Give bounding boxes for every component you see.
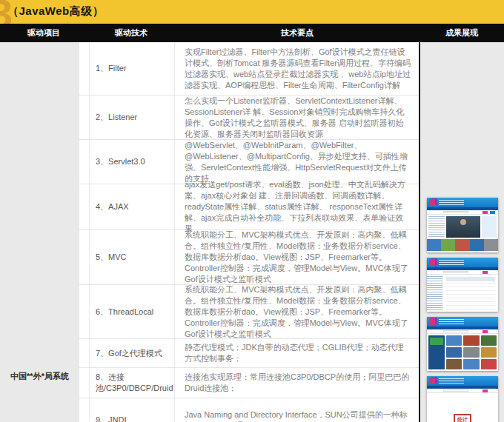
site-search-row xyxy=(427,210,498,215)
points-cell: Java Naming and Directory Interface，SUN公… xyxy=(175,398,419,422)
accent-badge xyxy=(483,211,488,214)
table-row: 4、AJAX ajax发送get/post请求、eval函数、json处理、中文… xyxy=(79,184,419,230)
points-cell: @WebServlet、@WebInitParam、@WebFilter、@We… xyxy=(175,140,419,184)
column-header-technology: 驱动技术 xyxy=(87,24,175,42)
result-thumbnail-data-table[interactable] xyxy=(427,258,498,312)
row-gutter xyxy=(79,42,89,95)
column-header-project: 驱动项目 xyxy=(0,24,87,42)
project-name: 中国**外*局系统 xyxy=(0,371,79,382)
data-table-rows xyxy=(446,283,495,309)
points-cell: 系统职能分工、MVC架构模式优点、开发原则：高内聚、低耦合。组件独立性/复用性、… xyxy=(175,230,419,284)
press-conference-photo xyxy=(446,216,480,238)
site-header-bar xyxy=(427,317,498,326)
table-row: 2、Listener 怎么实现一个Listener监听器、ServletCont… xyxy=(79,96,419,140)
report-page-body: 统计公报 xyxy=(427,393,498,422)
search-box xyxy=(443,271,468,273)
row-gutter xyxy=(79,285,89,338)
result-thumbnail-report[interactable]: 统计公报 xyxy=(427,376,498,422)
site-title-text xyxy=(439,200,464,205)
points-cell: 连接池实现原理；常用连接池C3P0/DBCP的使用；阿里巴巴的Druid连接池； xyxy=(175,368,419,398)
site-title-text xyxy=(439,378,464,384)
row-gutter xyxy=(79,339,89,367)
site-header-bar xyxy=(427,258,498,267)
points-cell: 怎么实现一个Listener监听器、ServletContextListener… xyxy=(175,96,419,139)
table-row: 5、MVC 系统职能分工、MVC架构模式优点、开发原则：高内聚、低耦合。组件独立… xyxy=(79,230,419,285)
tree-sidebar xyxy=(427,275,443,312)
table-row: 9、JNDI Java Naming and Directory Interfa… xyxy=(79,398,419,422)
tech-cell: 6、ThreadLocal xyxy=(89,285,175,338)
site-logo-icon xyxy=(429,378,435,384)
table-row: 7、Gof之代理模式 静态代理模式；JDK自带的动态代理；CGLIB代理；动态代… xyxy=(79,339,419,368)
table-row: 3、Servlet3.0 @WebServlet、@WebInitParam、@… xyxy=(79,140,419,184)
row-gutter xyxy=(79,368,89,398)
photo-tile xyxy=(481,359,497,369)
photo-tile xyxy=(463,335,480,346)
tech-cell: 2、Listener xyxy=(89,96,175,139)
carousel-item xyxy=(427,239,441,251)
page: { "header": { "numeral": "3", "title": "… xyxy=(0,0,504,422)
carousel-item xyxy=(441,239,455,251)
row-gutter xyxy=(79,398,89,422)
result-thumbnail-gallery[interactable] xyxy=(427,317,498,371)
site-title-text xyxy=(439,319,464,324)
result-thumbnail-news-portal[interactable] xyxy=(427,198,498,252)
photo-tile xyxy=(446,347,462,358)
tech-cell: 1、Filter xyxy=(89,42,175,95)
row-gutter xyxy=(79,230,89,284)
tech-cell: 4、AJAX xyxy=(89,184,175,230)
tech-cell: 9、JNDI xyxy=(89,398,175,422)
table-header-row: 驱动项目 驱动技术 技术要点 成果展现 xyxy=(0,24,504,42)
site-logo-icon xyxy=(429,259,435,266)
carousel-item xyxy=(484,239,498,251)
photo-tile xyxy=(463,359,480,369)
title-bar: 3 （JavaWeb高级） xyxy=(0,0,504,24)
data-table-area xyxy=(443,275,498,312)
points-cell: 实现Filter过滤器、Filter中方法剖析、Gof设计模式之责任链设计模式、… xyxy=(175,42,419,95)
search-box xyxy=(443,330,468,332)
site-logo-icon xyxy=(429,318,435,325)
tech-cell: 3、Servlet3.0 xyxy=(89,140,175,184)
data-page-body xyxy=(427,275,498,312)
tech-cell: 7、Gof之代理模式 xyxy=(89,339,175,367)
site-search-row xyxy=(427,270,498,275)
side-widget xyxy=(482,216,497,238)
table-row: 6、ThreadLocal 系统职能分工、MVC架构模式优点、开发原则：高内聚、… xyxy=(79,285,419,339)
row-gutter xyxy=(79,140,89,184)
points-cell: 系统职能分工、MVC架构模式优点、开发原则：高内聚、低耦合。组件独立性/复用性、… xyxy=(175,285,419,338)
photo-tile xyxy=(446,359,462,369)
column-header-results: 成果展现 xyxy=(420,24,504,42)
carousel-item xyxy=(455,239,469,251)
photo-tile xyxy=(481,335,497,346)
table-body: 中国**外*局系统 1、Filter 实现Filter过滤器、Filter中方法… xyxy=(0,42,504,422)
headline-list xyxy=(428,216,445,238)
project-column: 中国**外*局系统 xyxy=(0,42,79,422)
tech-cell: 5、MVC xyxy=(89,230,175,284)
accent-badge xyxy=(483,271,488,274)
accent-badge xyxy=(483,389,488,392)
results-column: 统计公报 xyxy=(420,42,504,422)
points-cell: 静态代理模式；JDK自带的动态代理；CGLIB代理；动态代理方式控制事务； xyxy=(175,339,419,367)
row-gutter xyxy=(79,184,89,230)
image-carousel xyxy=(427,239,498,251)
table-row: 8、连接池/C3P0/DBCP/Druid 连接池实现原理；常用连接池C3P0/… xyxy=(79,368,419,398)
site-header-bar xyxy=(427,198,498,207)
curriculum-table: 1、Filter 实现Filter过滤器、Filter中方法剖析、Gof设计模式… xyxy=(79,42,419,422)
column-header-points: 技术要点 xyxy=(175,24,420,42)
site-header-bar xyxy=(427,376,498,386)
points-cell: ajax发送get/post请求、eval函数、json处理、中文乱码解决方案、… xyxy=(175,184,419,230)
search-box xyxy=(443,389,468,392)
page-title: （JavaWeb高级） xyxy=(7,4,104,19)
site-search-row xyxy=(427,329,498,334)
photo-tile xyxy=(481,347,497,358)
tech-cell: 8、连接池/C3P0/DBCP/Druid xyxy=(89,368,175,398)
photo-grid xyxy=(427,334,498,371)
row-gutter xyxy=(79,96,89,139)
carousel-item xyxy=(470,239,484,251)
photo-tile xyxy=(463,347,480,358)
data-table-header xyxy=(446,277,495,281)
news-content-area xyxy=(427,215,498,239)
site-logo-icon xyxy=(429,199,435,206)
red-seal-stamp: 统计公报 xyxy=(454,414,471,422)
accent-badge xyxy=(483,330,488,333)
photo-tile xyxy=(446,335,462,346)
